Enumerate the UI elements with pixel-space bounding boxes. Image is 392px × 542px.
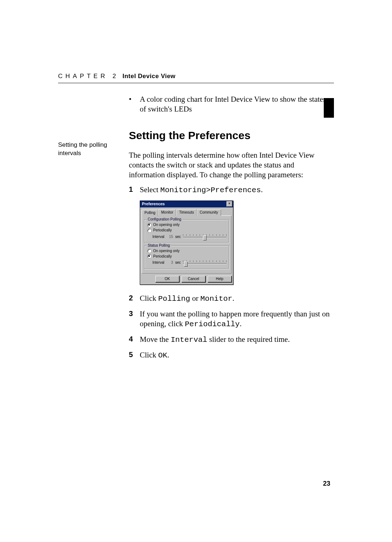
page-header: CHAPTER 2 Intel Device View — [58, 73, 334, 83]
code-text: Polling — [158, 295, 190, 303]
radio-on-opening-only[interactable] — [147, 223, 152, 227]
interval-slider[interactable] — [183, 234, 226, 239]
step-5: 5 Click OK. — [129, 350, 330, 361]
section-heading: Setting the Preferences — [129, 129, 330, 142]
step-number: 4 — [129, 335, 140, 345]
cancel-button[interactable]: Cancel — [181, 276, 205, 283]
chapter-label: CHAPTER 2 — [58, 73, 119, 80]
page-number: 23 — [323, 480, 330, 488]
chapter-title: Intel Device View — [122, 73, 175, 80]
step-2: 2 Click Polling or Monitor. — [129, 294, 330, 304]
step-4: 4 Move the Interval slider to the requir… — [129, 335, 330, 345]
interval-slider[interactable] — [183, 260, 226, 266]
ok-button[interactable]: OK — [155, 276, 179, 283]
bullet-item: • A color coding chart for Intel Device … — [129, 94, 330, 114]
step-3: 3 If you want the polling to happen more… — [129, 309, 330, 329]
radio-periodically[interactable] — [147, 254, 152, 259]
code-text: Periodically — [185, 320, 240, 328]
step-1: 1 Select Monitoring>Preferences. — [129, 185, 330, 195]
preferences-dialog: Preferences × Polling Monitor Timeouts C… — [140, 201, 233, 285]
close-icon[interactable]: × — [226, 201, 232, 207]
intro-paragraph: The polling intervals determine how ofte… — [129, 150, 330, 180]
radio-on-opening-only[interactable] — [147, 249, 152, 253]
tabs-row: Polling Monitor Timeouts Community — [140, 207, 233, 216]
group-configuration-polling: Configuration Polling On opening only Pe… — [144, 219, 229, 243]
radio-label: On opening only — [153, 223, 180, 227]
code-text: Interval — [171, 336, 207, 344]
radio-label: On opening only — [153, 249, 180, 254]
bullet-dot-icon: • — [129, 94, 140, 114]
group-label: Status Polling — [147, 243, 171, 248]
tab-timeouts[interactable]: Timeouts — [176, 209, 197, 216]
radio-label: Periodically — [153, 254, 172, 259]
code-text: Monitoring>Preferences — [160, 186, 261, 194]
interval-unit: sec — [175, 235, 181, 239]
step-number: 1 — [129, 185, 140, 195]
tab-community[interactable]: Community — [197, 209, 221, 216]
code-text: Monitor — [200, 295, 232, 303]
interval-unit: sec — [175, 260, 181, 265]
tab-polling[interactable]: Polling — [142, 210, 158, 217]
bullet-text: A color coding chart for Intel Device Vi… — [140, 94, 330, 114]
radio-label: Periodically — [153, 228, 172, 233]
step-number: 5 — [129, 350, 140, 361]
interval-value: 3 — [167, 260, 173, 265]
step-number: 3 — [129, 309, 140, 329]
group-label: Configuration Polling — [147, 217, 182, 222]
margin-note: Setting the polling intervals — [58, 141, 122, 158]
dialog-title: Preferences — [142, 201, 165, 206]
group-status-polling: Status Polling On opening only Periodica… — [144, 246, 229, 269]
radio-periodically[interactable] — [147, 228, 152, 233]
interval-label: Interval — [147, 235, 164, 239]
interval-label: Interval — [147, 260, 164, 265]
tab-monitor[interactable]: Monitor — [158, 209, 176, 216]
code-text: OK — [158, 351, 167, 360]
help-button[interactable]: Help — [208, 276, 232, 283]
step-number: 2 — [129, 294, 140, 304]
dialog-titlebar: Preferences × — [140, 201, 233, 207]
interval-value: 15 — [167, 235, 173, 239]
